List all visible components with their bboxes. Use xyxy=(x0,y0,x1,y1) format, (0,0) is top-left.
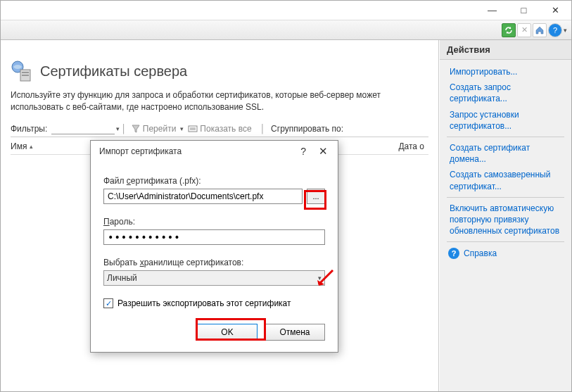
dialog-help-button[interactable]: ? xyxy=(300,146,306,157)
window-titlebar: — □ ✕ xyxy=(1,1,571,20)
filter-go-button[interactable]: Перейти xyxy=(128,123,179,134)
certificate-store-select[interactable]: Личный ▾ xyxy=(103,270,325,286)
chevron-down-icon: ▾ xyxy=(318,274,322,282)
page-description: Используйте эту функцию для запроса и об… xyxy=(11,89,405,113)
column-name[interactable]: Имя ▴ xyxy=(11,141,81,151)
help-icon: ? xyxy=(448,248,459,259)
browse-file-button[interactable]: ... xyxy=(307,189,325,204)
divider xyxy=(447,241,564,242)
sort-ascending-icon: ▴ xyxy=(30,143,33,150)
cancel-button[interactable]: Отмена xyxy=(265,324,325,341)
filter-input[interactable] xyxy=(51,123,115,134)
filter-label: Фильтры: xyxy=(11,124,47,134)
window-maximize-button[interactable]: □ xyxy=(508,1,540,20)
import-certificate-dialog: Импорт сертификата ? ✕ Файл сертификата … xyxy=(90,140,338,353)
svg-rect-4 xyxy=(189,126,197,132)
dialog-body: Файл сертификата (.pfx): ... Пароль: Выб… xyxy=(91,162,338,314)
filter-dropdown-icon[interactable]: ▾ xyxy=(116,125,120,132)
action-create-request[interactable]: Создать запрос сертификата... xyxy=(440,80,571,106)
go-dropdown-icon[interactable]: ▾ xyxy=(180,125,184,132)
server-certificates-icon xyxy=(11,60,33,82)
action-import[interactable]: Импортировать... xyxy=(440,64,571,80)
action-create-selfsigned[interactable]: Создать самозаверенный сертификат... xyxy=(440,167,571,194)
actions-pane: Действия Импортировать... Создать запрос… xyxy=(439,40,571,391)
filter-toolbar: Фильтры: ▾ │ Перейти ▾ Показать все │ Сг… xyxy=(11,123,428,137)
dialog-buttons: OK Отмена xyxy=(91,314,338,352)
store-field-label: Выбрать хранилище сертификатов: xyxy=(103,258,325,267)
action-auto-rebind[interactable]: Включить автоматическую повторную привяз… xyxy=(440,201,571,239)
help-icon[interactable]: ? xyxy=(548,23,562,37)
help-dropdown-arrow-icon[interactable]: ▾ xyxy=(564,27,567,34)
action-help[interactable]: ? Справка xyxy=(440,245,571,262)
show-all-button[interactable]: Показать все xyxy=(185,123,254,134)
actions-list: Импортировать... Создать запрос сертифик… xyxy=(440,60,571,266)
dialog-titlebar: Импорт сертификата ? ✕ xyxy=(91,141,338,162)
password-field-label: Пароль: xyxy=(103,217,325,227)
refresh-icon[interactable] xyxy=(502,23,516,37)
password-input[interactable] xyxy=(103,229,325,245)
divider xyxy=(447,197,564,198)
window-minimize-button[interactable]: — xyxy=(476,1,508,20)
page-header: Сертификаты сервера xyxy=(11,60,428,82)
dialog-close-button[interactable]: ✕ xyxy=(316,145,331,158)
group-by-label: Сгруппировать по: xyxy=(271,124,343,134)
dialog-title: Импорт сертификата xyxy=(99,146,300,156)
home-icon[interactable] xyxy=(533,23,547,37)
column-date[interactable]: Дата о xyxy=(398,141,428,151)
stop-icon[interactable]: ✕ xyxy=(517,23,531,37)
allow-export-checkbox[interactable]: ✓ xyxy=(103,298,113,308)
allow-export-label: Разрешить экспортировать этот сертификат xyxy=(117,298,291,308)
action-create-domain-cert[interactable]: Создать сертификат домена... xyxy=(440,140,571,167)
actions-header: Действия xyxy=(440,40,571,60)
svg-rect-2 xyxy=(22,72,29,73)
allow-export-checkbox-row[interactable]: ✓ Разрешить экспортировать этот сертифик… xyxy=(103,298,325,308)
page-title: Сертификаты сервера xyxy=(40,63,187,80)
svg-rect-3 xyxy=(22,75,29,76)
window-controls: — □ ✕ xyxy=(476,1,571,20)
ok-button[interactable]: OK xyxy=(197,324,258,341)
action-install-request[interactable]: Запрос установки сертификатов... xyxy=(440,107,571,134)
window-close-button[interactable]: ✕ xyxy=(540,1,571,20)
divider xyxy=(447,137,564,137)
file-field-label: Файл сертификата (.pfx): xyxy=(103,176,325,186)
toolbar: ✕ ? ▾ xyxy=(1,20,571,40)
certificate-file-input[interactable] xyxy=(103,189,303,204)
